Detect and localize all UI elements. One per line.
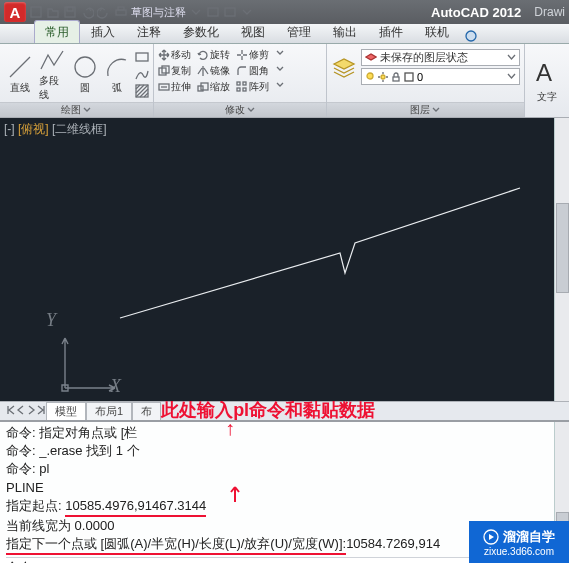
circle-icon: [72, 54, 98, 80]
print-icon[interactable]: [114, 5, 128, 19]
line-icon: [7, 54, 33, 80]
svg-point-8: [75, 57, 95, 77]
trim-label: 修剪: [249, 48, 269, 62]
svg-text:A: A: [536, 59, 552, 86]
watermark-name: 溜溜自学: [503, 528, 555, 546]
new-icon[interactable]: [29, 5, 43, 19]
array-button[interactable]: 阵列: [236, 80, 269, 94]
svg-point-21: [381, 75, 385, 79]
svg-rect-4: [118, 7, 124, 10]
play-icon: [483, 529, 499, 545]
chevron-down-icon[interactable]: [189, 5, 203, 19]
cmd-coords: 10585.4976,91467.3144: [65, 497, 206, 517]
qat-more-icon[interactable]: [206, 5, 220, 19]
cmd-line: 指定起点: 10585.4976,91467.3144: [6, 497, 563, 517]
circle-button[interactable]: 圆: [69, 54, 101, 95]
viewport-controls[interactable]: [-] [俯视] [二维线框]: [4, 121, 107, 138]
hatch-icon[interactable]: [135, 84, 149, 98]
tab-parametric[interactable]: 参数化: [172, 20, 230, 43]
tab-output[interactable]: 输出: [322, 20, 368, 43]
rotate-button[interactable]: 旋转: [197, 48, 230, 62]
tab-manage[interactable]: 管理: [276, 20, 322, 43]
arc-icon: [104, 54, 130, 80]
polyline-icon: [39, 47, 65, 73]
spline-icon[interactable]: [135, 67, 149, 81]
polyline-button[interactable]: 多段线: [36, 47, 69, 102]
tab-layout2[interactable]: 布: [132, 402, 161, 420]
drawing-canvas[interactable]: [-] [俯视] [二维线框] Y X: [0, 118, 569, 401]
dropdown-icon[interactable]: [275, 48, 285, 58]
fillet-label: 圆角: [249, 64, 269, 78]
tab-plugins[interactable]: 插件: [368, 20, 414, 43]
copy-button[interactable]: 复制: [158, 64, 191, 78]
panel-layer-title-label: 图层: [410, 103, 430, 117]
move-button[interactable]: 移动: [158, 48, 191, 62]
expand-icon: [83, 106, 91, 114]
stretch-button[interactable]: 拉伸: [158, 80, 191, 94]
svg-rect-9: [136, 53, 148, 61]
array-label: 阵列: [249, 80, 269, 94]
undo-icon[interactable]: [80, 5, 94, 19]
tab-insert[interactable]: 插入: [80, 20, 126, 43]
mirror-label: 镜像: [210, 64, 230, 78]
tab-next-icon[interactable]: [26, 405, 36, 417]
tab-last-icon[interactable]: [36, 405, 46, 417]
tab-online[interactable]: 联机: [414, 20, 460, 43]
move-label: 移动: [171, 48, 191, 62]
svg-rect-6: [225, 8, 235, 16]
dropdown-icon[interactable]: [275, 64, 285, 74]
svg-rect-0: [31, 7, 41, 17]
workspace-label[interactable]: 草图与注释: [131, 5, 186, 20]
arc-button[interactable]: 弧: [101, 54, 133, 95]
command-input[interactable]: [39, 559, 459, 563]
mirror-button[interactable]: 镜像: [197, 64, 230, 78]
qat-opt-icon[interactable]: [223, 5, 237, 19]
expand-icon: [247, 106, 255, 114]
vc-view: [俯视]: [18, 122, 49, 136]
tab-info-icon[interactable]: [464, 29, 478, 43]
circle-label: 圆: [80, 81, 90, 95]
array-icon: [236, 81, 248, 93]
svg-rect-23: [405, 73, 413, 81]
vc-pre: [-]: [4, 122, 18, 136]
sun-icon: [378, 72, 388, 82]
panel-layer-title[interactable]: 图层: [327, 102, 524, 117]
panel-modify-title[interactable]: 修改: [154, 102, 326, 117]
rect-icon[interactable]: [135, 50, 149, 64]
svg-rect-19: [243, 88, 246, 91]
layer-state-combo[interactable]: 未保存的图层状态: [361, 49, 520, 66]
tab-view[interactable]: 视图: [230, 20, 276, 43]
save-icon[interactable]: [63, 5, 77, 19]
cmd-line: PLINE: [6, 479, 563, 497]
move-icon: [158, 49, 170, 61]
tab-layout1[interactable]: 布局1: [86, 402, 132, 420]
line-button[interactable]: 直线: [4, 54, 36, 95]
layer-props-icon[interactable]: [331, 54, 357, 80]
vc-style: [二维线框]: [49, 122, 107, 136]
tab-home[interactable]: 常用: [34, 20, 80, 43]
fillet-button[interactable]: 圆角: [236, 64, 269, 78]
trim-button[interactable]: 修剪: [236, 48, 269, 62]
panel-modify-title-label: 修改: [225, 103, 245, 117]
qat-dropdown-icon[interactable]: [240, 5, 254, 19]
panel-draw-title[interactable]: 绘图: [0, 102, 153, 117]
scale-button[interactable]: 缩放: [197, 80, 230, 94]
tab-annotate[interactable]: 注释: [126, 20, 172, 43]
panel-modify: 移动 旋转 修剪 复制 镜像 圆角 拉伸 缩放 阵列 修改: [154, 44, 327, 117]
trim-icon: [236, 49, 248, 61]
dropdown-icon[interactable]: [275, 80, 285, 90]
text-button[interactable]: A 文字: [529, 59, 565, 104]
file-name: Drawi: [534, 5, 565, 19]
redo-icon[interactable]: [97, 5, 111, 19]
open-icon[interactable]: [46, 5, 60, 19]
tab-model[interactable]: 模型: [46, 402, 86, 420]
tab-first-icon[interactable]: [6, 405, 16, 417]
rotate-icon: [197, 49, 209, 61]
canvas-scrollbar[interactable]: [554, 118, 569, 401]
tab-prev-icon[interactable]: [16, 405, 26, 417]
svg-rect-2: [67, 7, 73, 11]
app-logo[interactable]: A: [4, 2, 26, 22]
svg-rect-5: [208, 8, 218, 16]
layer-combo[interactable]: 0: [361, 68, 520, 85]
arc-label: 弧: [112, 81, 122, 95]
